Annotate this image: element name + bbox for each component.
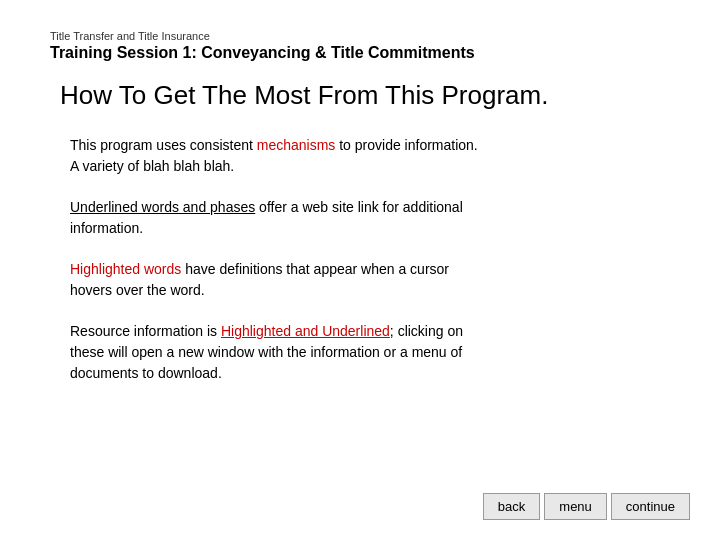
p2-underline: Underlined words and phases bbox=[70, 199, 255, 215]
p1-highlight: mechanisms bbox=[257, 137, 336, 153]
paragraph-1: This program uses consistent mechanisms … bbox=[70, 135, 670, 177]
paragraph-3: Highlighted words have definitions that … bbox=[70, 259, 670, 301]
p4-highlight-underline: Highlighted and Underlined bbox=[221, 323, 390, 339]
page-container: Title Transfer and Title Insurance Train… bbox=[0, 0, 720, 540]
menu-button[interactable]: menu bbox=[544, 493, 607, 520]
p3-highlight: Highlighted words bbox=[70, 261, 181, 277]
back-button[interactable]: back bbox=[483, 493, 540, 520]
paragraph-4: Resource information is Highlighted and … bbox=[70, 321, 670, 384]
paragraph-2: Underlined words and phases offer a web … bbox=[70, 197, 670, 239]
continue-button[interactable]: continue bbox=[611, 493, 690, 520]
p1-text-before: This program uses consistent bbox=[70, 137, 257, 153]
page-heading: How To Get The Most From This Program. bbox=[50, 80, 670, 111]
subtitle: Title Transfer and Title Insurance bbox=[50, 30, 670, 42]
content-area: This program uses consistent mechanisms … bbox=[50, 135, 670, 384]
title: Training Session 1: Conveyancing & Title… bbox=[50, 44, 670, 62]
nav-buttons: back menu continue bbox=[483, 493, 690, 520]
p4-text-before: Resource information is bbox=[70, 323, 221, 339]
